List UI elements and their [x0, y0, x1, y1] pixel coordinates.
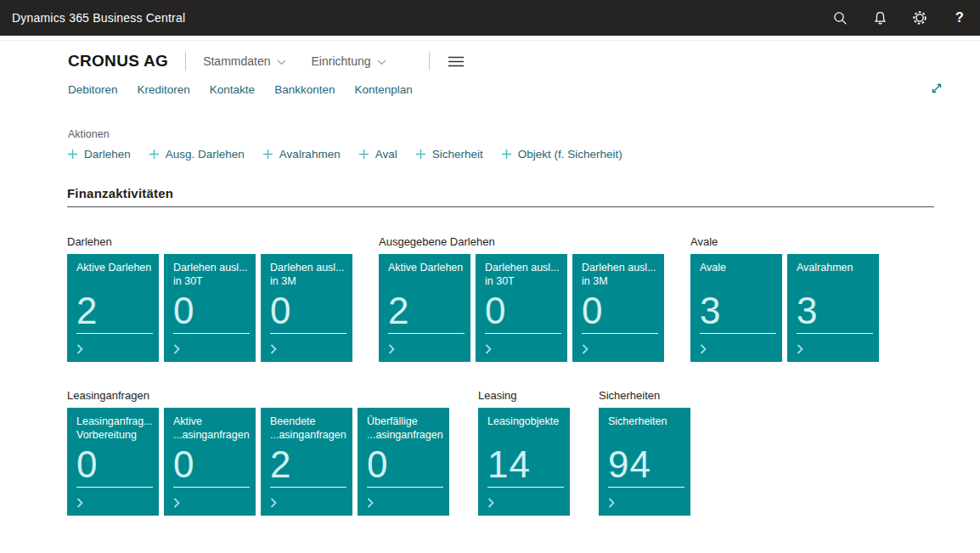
tile-value: 14: [487, 446, 564, 483]
chevron-right-icon: [797, 344, 803, 354]
group-label: Sicherheiten: [599, 389, 690, 402]
cue-tile-ausg-darlehen-ausl-3m[interactable]: Darlehen ausl... in 3M 0: [572, 254, 664, 362]
tile-divider: [487, 487, 564, 488]
menu-stammdaten[interactable]: Stammdaten: [203, 54, 285, 68]
tile-title: Avale: [700, 262, 776, 290]
tile-divider: [270, 487, 346, 488]
plus-icon: [149, 149, 160, 160]
cue-tile-leasinganfragen-vorbereitung[interactable]: Leasinganfrag... Vorbereitung 0: [67, 408, 159, 516]
action-label: Avalrahmen: [279, 148, 341, 161]
cue-group-sicherheiten: Sicherheiten Sicherheiten 94: [599, 389, 690, 516]
plus-icon: [501, 149, 512, 160]
tile-title: Leasinganfrag... Vorbereitung: [76, 415, 153, 443]
nav-kontenplan[interactable]: Kontenplan: [354, 83, 412, 96]
tile-value: 0: [173, 292, 250, 330]
cue-tile-ausg-aktive-darlehen[interactable]: Aktive Darlehen 2: [379, 254, 470, 362]
cue-group-leasinganfragen: Leasinganfragen Leasinganfrag... Vorbere…: [67, 389, 449, 516]
nav-bankkonten[interactable]: Bankkonten: [274, 83, 335, 96]
tile-divider: [76, 333, 153, 334]
menu-icon[interactable]: [448, 56, 464, 67]
tile-divider: [173, 333, 250, 334]
help-icon[interactable]: ?: [952, 10, 967, 25]
action-objekt-sicherheit[interactable]: Objekt (f. Sicherheit): [501, 148, 622, 161]
cue-tile-ausg-darlehen-ausl-30t[interactable]: Darlehen ausl... in 30T 0: [476, 254, 567, 362]
tile-divider: [388, 333, 465, 334]
group-label: Leasinganfragen: [67, 389, 449, 402]
action-label: Aval: [375, 148, 397, 161]
tile-divider: [797, 333, 873, 334]
action-aval[interactable]: Aval: [358, 148, 397, 161]
tile-value: 94: [608, 446, 684, 483]
action-label: Objekt (f. Sicherheit): [518, 148, 622, 161]
nav-kreditoren[interactable]: Kreditoren: [138, 83, 190, 96]
tile-title: Überfällige ...asinganfragen: [367, 415, 443, 443]
cue-tile-sicherheiten[interactable]: Sicherheiten 94: [599, 408, 690, 516]
cue-group-leasing: Leasing Leasingobjekte 14: [478, 389, 570, 516]
tile-divider: [700, 333, 776, 334]
tile-value: 3: [797, 292, 873, 330]
cue-group-darlehen: Darlehen Aktive Darlehen 2 Darlehen ausl…: [67, 235, 352, 362]
tile-title: Darlehen ausl... in 3M: [582, 262, 658, 290]
tile-value: 0: [76, 446, 153, 483]
cue-tile-aktive-darlehen[interactable]: Aktive Darlehen 2: [67, 254, 159, 362]
notifications-icon[interactable]: [872, 10, 887, 25]
cue-tile-aktive-leasinganfragen[interactable]: Aktive ...asinganfragen 0: [164, 408, 256, 516]
section-title: Finanzaktivitäten: [67, 186, 980, 200]
tile-title: Darlehen ausl... in 3M: [270, 262, 346, 290]
chevron-right-icon: [76, 344, 83, 354]
cue-tile-darlehen-ausl-3m[interactable]: Darlehen ausl... in 3M 0: [261, 254, 352, 362]
chevron-right-icon: [700, 344, 707, 354]
action-label: Darlehen: [84, 148, 131, 161]
cue-tile-darlehen-ausl-30t[interactable]: Darlehen ausl... in 30T 0: [164, 254, 256, 362]
cue-tile-avale[interactable]: Avale 3: [690, 254, 782, 362]
cue-tile-beendete-leasinganfragen[interactable]: Beendete ...asinganfragen 2: [261, 408, 352, 516]
menu-einrichtung[interactable]: Einrichtung: [312, 54, 386, 68]
tile-divider: [582, 333, 658, 334]
cue-tile-leasingobjekte[interactable]: Leasingobjekte 14: [478, 408, 570, 516]
search-icon[interactable]: [832, 10, 848, 25]
menu-label: Stammdaten: [203, 54, 270, 68]
chevron-down-icon: [377, 54, 386, 68]
nav-debitoren[interactable]: Debitoren: [68, 83, 118, 96]
tile-divider: [173, 487, 250, 488]
action-avalrahmen[interactable]: Avalrahmen: [262, 148, 341, 161]
nav-kontakte[interactable]: Kontakte: [210, 83, 255, 96]
topbar: Dynamics 365 Business Central ?: [0, 0, 980, 36]
action-sicherheit[interactable]: Sicherheit: [415, 148, 483, 161]
tile-title: Darlehen ausl... in 30T: [173, 262, 250, 290]
tile-divider: [485, 333, 561, 334]
tile-value: 0: [367, 446, 443, 483]
chevron-right-icon: [582, 344, 589, 354]
chevron-right-icon: [608, 498, 615, 508]
tile-divider: [76, 487, 153, 488]
vertical-divider: [185, 52, 186, 71]
tile-title: Leasingobjekte: [487, 415, 564, 443]
tile-value: 3: [700, 292, 776, 330]
chevron-down-icon: [277, 54, 286, 68]
nav-bar: Debitoren Kreditoren Kontakte Bankkonten…: [68, 83, 980, 96]
section-divider: [67, 206, 934, 207]
cue-tile-ueberfaellige-leasinganfragen[interactable]: Überfällige ...asinganfragen 0: [358, 408, 449, 516]
group-label: Leasing: [478, 389, 570, 402]
chevron-right-icon: [270, 344, 277, 354]
chevron-right-icon: [173, 498, 180, 508]
tile-title: Aktive Darlehen: [388, 262, 465, 290]
action-ausg-darlehen[interactable]: Ausg. Darlehen: [149, 148, 245, 161]
cues-row-2: Leasinganfragen Leasinganfrag... Vorbere…: [67, 389, 980, 516]
tile-title: Beendete ...asinganfragen: [270, 415, 346, 443]
settings-icon[interactable]: [912, 10, 927, 25]
tile-title: Avalrahmen: [797, 262, 873, 290]
plus-icon: [67, 149, 78, 160]
vertical-divider: [429, 52, 430, 71]
action-darlehen[interactable]: Darlehen: [67, 148, 131, 161]
tile-divider: [608, 487, 684, 488]
tile-value: 2: [388, 292, 465, 330]
company-name[interactable]: CRONUS AG: [68, 52, 168, 71]
menu-label: Einrichtung: [312, 54, 371, 68]
cue-tile-avalrahmen[interactable]: Avalrahmen 3: [787, 254, 879, 362]
tile-value: 2: [270, 446, 346, 483]
chevron-right-icon: [367, 498, 374, 508]
tile-value: 0: [270, 292, 346, 330]
tile-title: Aktive ...asinganfragen: [173, 415, 250, 443]
expand-icon[interactable]: [930, 82, 943, 99]
